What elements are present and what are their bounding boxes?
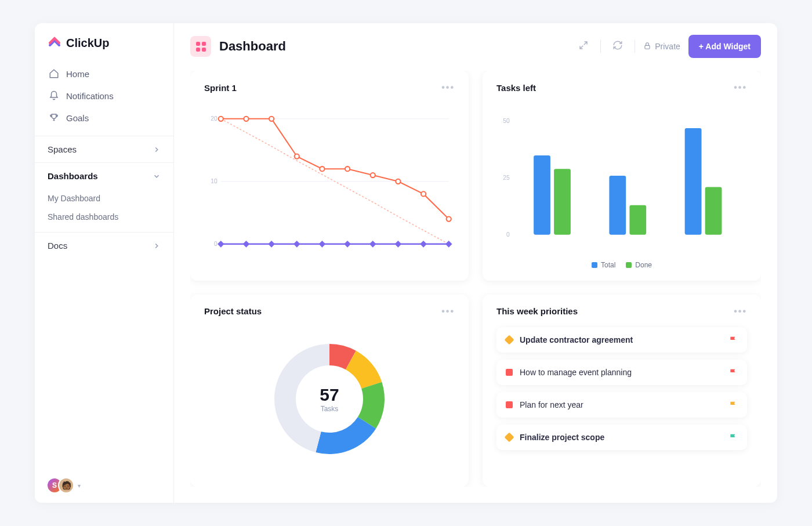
svg-point-9: [269, 117, 274, 121]
priority-label: Plan for next year: [520, 400, 722, 409]
priority-label: Update contractor agreement: [520, 335, 722, 344]
svg-rect-27: [445, 241, 452, 248]
chevron-down-icon: [153, 172, 161, 180]
svg-rect-32: [554, 169, 571, 234]
svg-rect-22: [319, 241, 326, 248]
card-title: Sprint 1: [204, 83, 237, 93]
privacy-badge[interactable]: Private: [643, 42, 680, 52]
priority-marker-icon: [505, 335, 514, 344]
svg-rect-0: [645, 45, 650, 49]
sub-shared-dashboards[interactable]: Shared dashboards: [48, 208, 161, 226]
avatar-user-2[interactable]: 🧑🏾: [58, 477, 74, 494]
svg-rect-36: [705, 187, 722, 235]
svg-point-10: [295, 154, 299, 159]
tasksleft-chart: 02550: [496, 100, 747, 256]
card-title: This week priorities: [496, 306, 578, 316]
expand-icon[interactable]: [575, 37, 592, 56]
priority-label: Finalize project scope: [520, 433, 722, 442]
main-area: Dashboard Private + Add Widget Sprint 1 …: [174, 23, 777, 503]
lock-icon: [643, 42, 651, 52]
svg-point-15: [421, 191, 426, 196]
card-priorities: This week priorities ••• Update contract…: [483, 295, 761, 487]
topbar-right: Private + Add Widget: [575, 35, 761, 58]
flag-icon[interactable]: [728, 400, 738, 409]
clickup-logo-icon: [48, 36, 61, 50]
sidebar-footer: S 🧑🏾 ▾: [35, 468, 173, 503]
separator: [635, 40, 635, 53]
donut-value: 57: [320, 385, 339, 405]
flag-icon[interactable]: [728, 433, 738, 442]
priority-marker-icon: [506, 401, 513, 408]
donut-chart: 57 Tasks: [204, 324, 455, 475]
svg-rect-26: [420, 241, 427, 248]
nav-notifications[interactable]: Notifications: [41, 85, 168, 107]
priority-label: How to manage event planning: [520, 368, 722, 377]
app-shell: ClickUp Home Notifications Goals Spaces …: [35, 23, 777, 503]
card-title: Project status: [204, 306, 262, 316]
card-project-status: Project status ••• 57 Tasks: [190, 295, 469, 487]
flag-icon[interactable]: [728, 335, 738, 344]
svg-text:20: 20: [211, 115, 217, 122]
svg-point-8: [244, 117, 248, 121]
priority-row[interactable]: Plan for next year: [496, 392, 747, 418]
svg-text:10: 10: [211, 178, 217, 184]
svg-point-12: [345, 166, 350, 171]
dashboard-icon: [190, 36, 211, 57]
refresh-icon[interactable]: [609, 37, 626, 56]
svg-point-16: [447, 217, 451, 222]
svg-point-7: [219, 117, 223, 121]
card-menu-icon[interactable]: •••: [441, 82, 455, 93]
sprint-chart: 01020: [204, 100, 455, 269]
page-title: Dashboard: [219, 39, 286, 54]
nav-goals[interactable]: Goals: [41, 107, 168, 129]
svg-text:0: 0: [214, 241, 217, 247]
priority-row[interactable]: Finalize project scope: [496, 425, 747, 450]
priority-marker-icon: [505, 432, 514, 442]
svg-text:0: 0: [506, 231, 510, 238]
svg-rect-25: [395, 241, 402, 248]
section-spaces[interactable]: Spaces: [35, 136, 173, 162]
topbar-left: Dashboard: [190, 36, 286, 57]
privacy-text: Private: [655, 42, 680, 51]
card-menu-icon[interactable]: •••: [441, 306, 455, 317]
svg-point-11: [320, 166, 324, 171]
section-docs[interactable]: Docs: [35, 232, 173, 259]
home-icon: [49, 68, 59, 79]
donut-center: 57 Tasks: [320, 385, 339, 413]
svg-rect-24: [369, 241, 376, 248]
card-tasks-left: Tasks left ••• 02550 Total Done: [483, 71, 761, 281]
nav-primary: Home Notifications Goals: [35, 59, 173, 136]
svg-text:50: 50: [503, 118, 510, 124]
dashboards-sublist: My Dashboard Shared dashboards: [35, 189, 173, 232]
chevron-right-icon: [153, 146, 161, 154]
svg-rect-35: [685, 128, 702, 235]
svg-rect-34: [629, 205, 646, 235]
add-widget-button[interactable]: + Add Widget: [688, 35, 761, 58]
flag-icon[interactable]: [728, 368, 738, 377]
priority-row[interactable]: How to manage event planning: [496, 360, 747, 385]
svg-point-13: [371, 173, 375, 177]
svg-text:25: 25: [503, 175, 510, 181]
card-menu-icon[interactable]: •••: [734, 306, 747, 317]
bell-icon: [49, 90, 59, 101]
topbar: Dashboard Private + Add Widget: [190, 23, 761, 71]
svg-rect-31: [534, 155, 550, 235]
nav-goals-label: Goals: [66, 113, 89, 123]
brand-row: ClickUp: [35, 23, 173, 59]
priority-row[interactable]: Update contractor agreement: [496, 327, 747, 353]
svg-rect-18: [217, 241, 224, 248]
nav-home[interactable]: Home: [41, 63, 168, 85]
svg-rect-19: [243, 241, 250, 248]
trophy-icon: [49, 113, 59, 123]
card-menu-icon[interactable]: •••: [734, 82, 747, 93]
chevron-right-icon: [153, 242, 161, 250]
svg-rect-23: [344, 241, 351, 248]
widget-grid: Sprint 1 ••• 01020 Tasks left ••• 02550 …: [190, 71, 761, 487]
priority-list: Update contractor agreementHow to manage…: [496, 324, 747, 450]
donut-label: Tasks: [320, 405, 339, 413]
section-dashboards-label: Dashboards: [48, 171, 98, 181]
sub-my-dashboard[interactable]: My Dashboard: [48, 189, 161, 208]
caret-down-icon[interactable]: ▾: [78, 483, 81, 489]
section-dashboards[interactable]: Dashboards: [35, 162, 173, 189]
svg-rect-20: [268, 241, 275, 248]
